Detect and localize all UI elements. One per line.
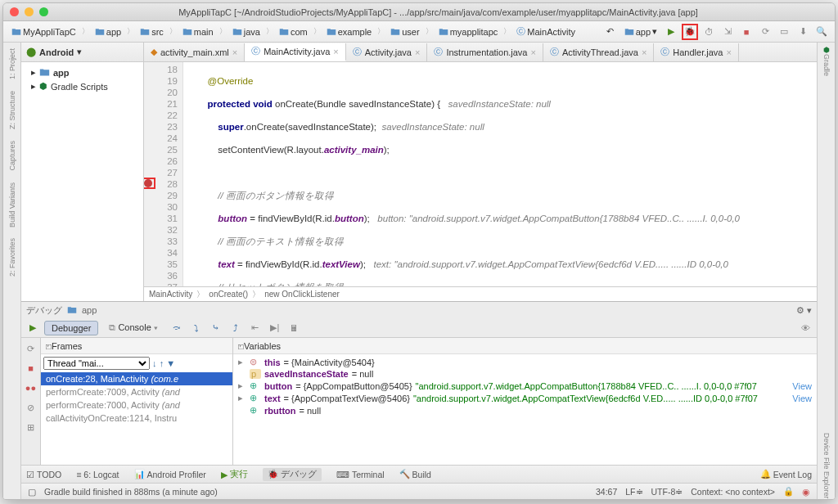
tree-gradle[interactable]: ▸ ⬢ Gradle Scripts — [26, 79, 138, 93]
thread-select[interactable]: Thread "mai... — [43, 357, 150, 370]
zoom-dot[interactable] — [39, 7, 48, 16]
gradle-strip-icon[interactable]: ⬢ — [823, 46, 830, 54]
project-header[interactable]: ⬤Android ▾ — [21, 43, 143, 62]
line-sep[interactable]: LF⁠≑ — [625, 487, 642, 497]
crumb-app[interactable]: app — [92, 27, 124, 37]
editor-tabs: ◆activity_main.xml× ⓒMainActivity.java× … — [144, 43, 817, 62]
tab-instr[interactable]: ⓒInstrumentation.java× — [427, 43, 543, 61]
editor: ◆activity_main.xml× ⓒMainActivity.java× … — [144, 43, 817, 301]
view-link[interactable]: View — [792, 394, 812, 403]
todo-tab[interactable]: ☑ TODO — [26, 470, 61, 479]
frame-row[interactable]: onCreate:28, MainActivity (com.e — [41, 372, 232, 385]
bp-list-icon[interactable]: ●● — [23, 380, 39, 396]
profiler-tab[interactable]: 📊 Android Profiler — [134, 469, 206, 479]
run-config[interactable]: app ▾ — [621, 26, 660, 37]
layout-icon[interactable]: ⊞ — [23, 419, 39, 435]
step-into-icon[interactable]: ⤵ — [188, 320, 205, 336]
code-body[interactable]: @Override protected void onCreate(Bundle… — [183, 62, 817, 286]
crumb-src[interactable]: src — [137, 27, 167, 37]
strip-gradle[interactable]: Gradle — [822, 54, 831, 76]
next-frame-icon[interactable]: ↑ — [160, 358, 164, 368]
ecrumb-1[interactable]: onCreate() — [209, 290, 248, 299]
debug-icon[interactable]: 🐞 — [682, 24, 698, 40]
drop-frame-icon[interactable]: ⇤ — [247, 320, 264, 336]
crumb-proj[interactable]: MyAppliTapC — [8, 27, 79, 37]
var-row[interactable]: ▸⊜this = {MainActivity@5404} — [235, 356, 815, 368]
crumb-file[interactable]: ⓒMainActivity — [513, 25, 579, 38]
strip-captures[interactable]: Captures — [8, 138, 16, 173]
evaluate-icon[interactable]: 🖩 — [286, 320, 303, 336]
logcat-tab[interactable]: ≡ 6: Logcat — [76, 470, 119, 479]
context[interactable]: Context: <no context> — [691, 487, 775, 497]
mute-bp-icon[interactable]: ⊘ — [23, 399, 39, 416]
strip-structure[interactable]: Z: Structure — [8, 88, 16, 132]
eventlog-tab[interactable]: 🔔 Event Log — [760, 469, 812, 479]
tab-xml[interactable]: ◆activity_main.xml× — [144, 43, 245, 61]
resume-icon[interactable]: ▶ — [25, 320, 41, 336]
terminal-tab[interactable]: ⌨ Terminal — [336, 470, 385, 479]
crumb-pkg[interactable]: myapplitapc — [435, 27, 502, 37]
force-step-icon[interactable]: ⤷ — [208, 320, 224, 336]
strip-project[interactable]: 1: Project — [8, 46, 16, 82]
crumb-main[interactable]: main — [179, 27, 217, 37]
var-row[interactable]: ▸⊕text = {AppCompatTextView@5406} "andro… — [235, 392, 815, 404]
profile-icon[interactable]: ⏱ — [701, 24, 717, 40]
close-dot[interactable] — [10, 7, 19, 16]
sdk-icon[interactable]: ⬇ — [795, 24, 811, 40]
run-tab[interactable]: ▶ 実行 — [221, 469, 248, 480]
caret-pos[interactable]: 34:67 — [596, 487, 617, 497]
frame-row[interactable]: performCreate:7000, Activity (and — [41, 398, 232, 412]
filter-icon[interactable]: ▼ — [166, 358, 175, 368]
rerun-icon[interactable]: ⟳ — [23, 340, 39, 357]
view-link[interactable]: View — [792, 381, 812, 391]
window-title: MyAppliTapC [~/AndroidStudioProjects/MyA… — [48, 7, 828, 17]
bottom-bar: ☑ TODO ≡ 6: Logcat 📊 Android Profiler ▶ … — [21, 465, 817, 483]
var-row[interactable]: psavedInstanceState = null — [235, 368, 815, 380]
crumb-java[interactable]: java — [229, 27, 264, 37]
console-tab[interactable]: ⧉ Console ▾ — [101, 320, 164, 335]
breakpoint-icon[interactable] — [144, 179, 152, 187]
gear-icon[interactable]: ⚙ ▾ — [796, 305, 812, 316]
var-row[interactable]: ⊕rbutton = null — [235, 404, 815, 416]
crumb-com[interactable]: com — [276, 27, 311, 37]
step-out-icon[interactable]: ⤴ — [228, 320, 244, 336]
debugger-tab[interactable]: Debugger — [44, 321, 98, 335]
crumb-user[interactable]: user — [387, 27, 422, 37]
debug-tab[interactable]: 🐞 デバッグ — [263, 468, 322, 481]
attach-icon[interactable]: ⇲ — [719, 24, 736, 40]
tree-app[interactable]: ▸ app — [26, 65, 138, 79]
search-icon[interactable]: 🔍 — [813, 24, 830, 40]
step-over-icon[interactable]: ⤼ — [169, 320, 185, 336]
strip-device[interactable]: Device File Explorer — [822, 433, 831, 499]
watches-icon[interactable]: 👁 — [797, 320, 813, 336]
run-icon[interactable]: ▶ — [663, 24, 679, 40]
strip-favorites[interactable]: 2: Favorites — [8, 236, 16, 279]
left-toolstrip: 1: Project Z: Structure Captures Build V… — [3, 43, 21, 499]
sync-icon[interactable]: ⟳ — [757, 24, 773, 40]
menu-toggle-icon[interactable]: ▢ — [28, 487, 36, 497]
lock-icon[interactable]: 🔒 — [783, 486, 794, 497]
prev-frame-icon[interactable]: ↓ — [152, 358, 157, 368]
stop2-icon[interactable]: ■ — [23, 360, 39, 376]
run-to-cursor-icon[interactable]: ▶| — [267, 320, 283, 336]
hector-icon[interactable]: ◉ — [802, 487, 810, 497]
ecrumb-0[interactable]: MainActivity — [149, 290, 192, 299]
avd-icon[interactable]: ▭ — [776, 24, 792, 40]
tab-thread[interactable]: ⓒActivityThread.java× — [543, 43, 654, 61]
tab-activity[interactable]: ⓒActivity.java× — [346, 43, 428, 61]
crumb-example[interactable]: example — [323, 27, 376, 37]
frame-row[interactable]: callActivityOnCreate:1214, Instru — [41, 412, 232, 425]
stop-icon[interactable]: ■ — [738, 24, 755, 40]
gutter[interactable]: 18192021222324252627 28 2930313233343536… — [144, 62, 183, 286]
back-icon[interactable]: ↶ — [602, 24, 619, 40]
frame-row[interactable]: performCreate:7009, Activity (and — [41, 385, 232, 398]
project-tool: ⬤Android ▾ ▸ app ▸ ⬢ Gradle Scripts — [21, 43, 144, 301]
encoding[interactable]: UTF-8≑ — [651, 487, 683, 497]
var-row[interactable]: ▸⊕button = {AppCompatButton@5405} "andro… — [235, 380, 815, 392]
ecrumb-2[interactable]: new OnClickListener — [264, 290, 340, 299]
minimize-dot[interactable] — [25, 7, 34, 16]
build-tab[interactable]: 🔨 Build — [399, 469, 431, 479]
tab-handler[interactable]: ⓒHandler.java× — [654, 43, 739, 61]
strip-variants[interactable]: Build Variants — [8, 180, 16, 230]
tab-main[interactable]: ⓒMainActivity.java× — [245, 43, 346, 61]
